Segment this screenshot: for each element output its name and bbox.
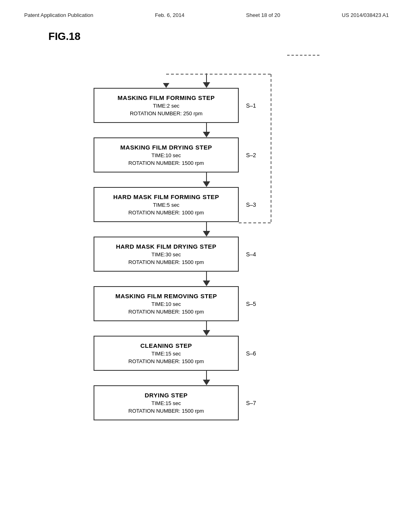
header-publication-label: Patent Application Publication [24, 12, 93, 18]
step-s6-detail1: TIME:15 sec [102, 351, 230, 357]
step-s3-title: HARD MASK FILM FORMING STEP [102, 193, 230, 200]
page: Patent Application Publication Feb. 6, 2… [0, 0, 413, 532]
step-row-s7: DRYING STEP TIME:15 sec ROTATION NUMBER:… [94, 385, 319, 420]
arrow-s2-s3 [203, 172, 210, 187]
flowchart-diagram: MASKING FILM FORMING STEP TIME:2 sec ROT… [24, 55, 389, 420]
arrow-s5-s6 [203, 321, 210, 336]
step-s5-detail1: TIME:10 sec [102, 301, 230, 307]
step-box-s5: MASKING FILM REMOVING STEP TIME:10 sec R… [94, 286, 239, 321]
step-s7-detail2: ROTATION NUMBER: 1500 rpm [102, 408, 230, 414]
step-s7-detail1: TIME:15 sec [102, 400, 230, 406]
step-s2-title: MASKING FILM DRYING STEP [102, 144, 230, 151]
step-s7-title: DRYING STEP [102, 392, 230, 399]
step-s3-detail2: ROTATION NUMBER: 1000 rpm [102, 210, 230, 216]
step-s6-label: S–6 [246, 350, 256, 357]
step-s1-title: MASKING FILM FORMING STEP [102, 94, 230, 101]
step-row-s1: MASKING FILM FORMING STEP TIME:2 sec ROT… [94, 88, 319, 123]
arrow-s1-s2 [203, 123, 210, 137]
step-s5-label: S–5 [246, 301, 256, 307]
page-header: Patent Application Publication Feb. 6, 2… [24, 12, 389, 18]
step-s2-detail2: ROTATION NUMBER: 1500 rpm [102, 160, 230, 166]
step-row-s5: MASKING FILM REMOVING STEP TIME:10 sec R… [94, 286, 319, 321]
step-row-s2: MASKING FILM DRYING STEP TIME:10 sec ROT… [94, 137, 319, 172]
step-box-s1: MASKING FILM FORMING STEP TIME:2 sec ROT… [94, 88, 239, 123]
step-s5-title: MASKING FILM REMOVING STEP [102, 293, 230, 299]
step-box-s7: DRYING STEP TIME:15 sec ROTATION NUMBER:… [94, 385, 239, 420]
arrow-s4-s5 [203, 272, 210, 286]
step-s3-label: S–3 [246, 202, 256, 208]
step-s4-label: S–4 [246, 251, 256, 258]
step-row-s6: CLEANING STEP TIME:15 sec ROTATION NUMBE… [94, 336, 319, 371]
arrow-to-s1 [203, 73, 210, 88]
figure-title: FIG.18 [48, 30, 389, 43]
step-s4-detail1: TIME:30 sec [102, 251, 230, 258]
header-sheet: Sheet 18 of 20 [246, 12, 280, 18]
step-s5-detail2: ROTATION NUMBER: 1500 rpm [102, 309, 230, 315]
step-row-s4: HARD MASK FILM DRYING STEP TIME:30 sec R… [94, 237, 319, 272]
step-s3-detail1: TIME:5 sec [102, 202, 230, 208]
step-box-s4: HARD MASK FILM DRYING STEP TIME:30 sec R… [94, 237, 239, 272]
step-s1-detail2: ROTATION NUMBER: 250 rpm [102, 110, 230, 116]
header-date: Feb. 6, 2014 [155, 12, 184, 18]
step-s2-label: S–2 [246, 152, 256, 158]
step-s6-detail2: ROTATION NUMBER: 1500 rpm [102, 358, 230, 364]
step-row-s3: HARD MASK FILM FORMING STEP TIME:5 sec R… [94, 187, 319, 222]
step-box-s6: CLEANING STEP TIME:15 sec ROTATION NUMBE… [94, 336, 239, 371]
step-s1-label: S–1 [246, 102, 256, 109]
step-s2-detail1: TIME:10 sec [102, 152, 230, 158]
step-box-s2: MASKING FILM DRYING STEP TIME:10 sec ROT… [94, 137, 239, 172]
step-box-s3: HARD MASK FILM FORMING STEP TIME:5 sec R… [94, 187, 239, 222]
step-s7-label: S–7 [246, 400, 256, 406]
step-s6-title: CLEANING STEP [102, 342, 230, 349]
arrow-s6-s7 [203, 371, 210, 385]
step-s1-detail1: TIME:2 sec [102, 103, 230, 109]
step-s4-detail2: ROTATION NUMBER: 1500 rpm [102, 259, 230, 265]
header-patent-number: US 2014/038423 A1 [342, 12, 389, 18]
arrow-s3-s4 [203, 222, 210, 237]
step-s4-title: HARD MASK FILM DRYING STEP [102, 243, 230, 250]
